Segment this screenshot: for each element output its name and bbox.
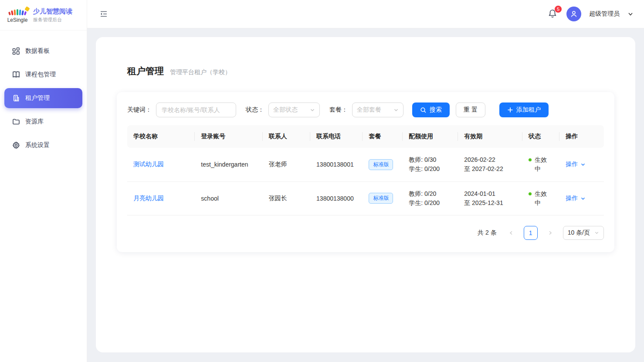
quota-teacher: 教师: 0/20 <box>409 189 452 198</box>
notification-bell-button[interactable]: 5 <box>547 8 559 20</box>
main-area: 5 超级管理员 租户管理 <box>87 0 644 362</box>
page-size-value: 10 条/页 <box>568 229 590 237</box>
sidebar: LeSingle 少儿智慧阅读 服务管理后台 数据看板 <box>0 0 87 362</box>
col-validity: 有效期 <box>458 125 522 148</box>
row-actions-dropdown[interactable]: 操作 <box>566 195 586 202</box>
notification-count-badge: 5 <box>554 5 562 13</box>
status-select[interactable]: 全部状态 <box>268 102 320 117</box>
sidebar-menu: 数据看板 课程包管理 <box>0 31 87 166</box>
quota-student: 学生: 0/200 <box>409 198 452 208</box>
app-window: LeSingle 少儿智慧阅读 服务管理后台 数据看板 <box>0 0 644 362</box>
tenant-table: 学校名称 登录账号 联系人 联系电话 套餐 配额使用 有效期 状态 操作 <box>127 125 604 215</box>
keyword-label: 关键词： <box>127 106 152 114</box>
col-contact: 联系人 <box>263 125 310 148</box>
table-header: 学校名称 登录账号 联系人 联系电话 套餐 配额使用 有效期 状态 操作 <box>127 125 604 148</box>
search-button-label: 搜索 <box>430 106 442 114</box>
user-menu-chevron-down-icon[interactable] <box>627 11 634 17</box>
row-actions-dropdown[interactable]: 操作 <box>566 161 586 168</box>
topbar-right: 5 超级管理员 <box>547 7 634 21</box>
filter-bar: 关键词： 状态： 全部状态 套餐： 全部套餐 <box>127 102 604 117</box>
page-subtitle: 管理平台租户（学校） <box>170 68 231 76</box>
contact-cell: 张园长 <box>263 181 310 215</box>
valid-from: 2026-02-22 <box>464 155 516 164</box>
quota-cell: 教师: 0/30 学生: 0/200 <box>403 148 458 181</box>
login-account-cell: school <box>195 181 262 215</box>
sidebar-item-label: 资源库 <box>25 118 44 126</box>
validity-cell: 2024-01-01 至 2025-12-31 <box>458 181 522 215</box>
status-cell: 生效中 <box>522 181 559 215</box>
plan-badge: 标准版 <box>369 159 393 170</box>
plus-icon <box>507 107 513 113</box>
quota-teacher: 教师: 0/30 <box>409 155 452 164</box>
page-card: 租户管理 管理平台租户（学校） 关键词： 状态： 全部状态 套餐： <box>96 37 635 352</box>
chevron-down-icon <box>310 107 315 113</box>
school-name-link[interactable]: 测试幼儿园 <box>133 161 164 167</box>
sidebar-item-resources[interactable]: 资源库 <box>4 112 82 132</box>
topbar: 5 超级管理员 <box>87 0 644 28</box>
keyword-input[interactable] <box>156 102 236 117</box>
chevron-right-icon <box>548 230 553 236</box>
chevron-down-icon <box>594 230 599 235</box>
chevron-down-icon <box>580 162 586 167</box>
brand-title: 少儿智慧阅读 <box>33 7 72 16</box>
table-row: 测试幼儿园 test_kindergarten 张老师 13800138001 … <box>127 148 604 181</box>
plan-select[interactable]: 全部套餐 <box>352 102 403 117</box>
sidebar-item-label: 系统设置 <box>25 141 50 149</box>
search-icon <box>420 107 427 113</box>
valid-from: 2024-01-01 <box>464 189 516 198</box>
col-status: 状态 <box>522 125 559 148</box>
chevron-down-icon <box>580 196 586 201</box>
plan-select-value: 全部套餐 <box>357 106 381 114</box>
page-size-select[interactable]: 10 条/页 <box>563 226 604 240</box>
col-school-name: 学校名称 <box>127 125 195 148</box>
plan-filter-label: 套餐： <box>329 106 348 114</box>
sidebar-collapse-button[interactable] <box>98 8 110 20</box>
chevron-down-icon <box>393 107 399 113</box>
status-select-value: 全部状态 <box>273 106 298 114</box>
status-badge: 生效中 <box>535 155 551 174</box>
sidebar-item-course-packages[interactable]: 课程包管理 <box>4 65 82 85</box>
pagination-total: 共 2 条 <box>478 229 497 237</box>
pagination-next-button[interactable] <box>544 226 557 239</box>
plan-badge: 标准版 <box>369 193 393 204</box>
brand-subtitle: 服务管理后台 <box>33 17 72 23</box>
pagination-prev-button[interactable] <box>505 226 518 239</box>
reset-button[interactable]: 重 置 <box>456 102 485 117</box>
current-user-name[interactable]: 超级管理员 <box>589 10 620 18</box>
row-actions-label: 操作 <box>566 195 578 202</box>
brand-header: LeSingle 少儿智慧阅读 服务管理后台 <box>0 0 87 31</box>
valid-to: 至 2027-02-22 <box>464 164 516 174</box>
brand-logo-wordmark: LeSingle <box>6 17 29 23</box>
row-actions-label: 操作 <box>566 161 578 168</box>
avatar[interactable] <box>566 7 581 21</box>
status-badge: 生效中 <box>535 189 551 208</box>
page-header: 租户管理 管理平台租户（学校） <box>127 65 614 77</box>
status-dot-icon <box>529 192 532 195</box>
sidebar-item-tenants[interactable]: 租户管理 <box>4 88 82 108</box>
status-filter-label: 状态： <box>246 106 264 114</box>
sidebar-item-label: 租户管理 <box>25 94 50 102</box>
sidebar-item-settings[interactable]: 系统设置 <box>4 135 82 155</box>
gear-icon <box>12 141 20 149</box>
add-tenant-button[interactable]: 添加租户 <box>499 102 549 117</box>
pagination-page-1[interactable]: 1 <box>524 226 538 240</box>
sidebar-item-label: 数据看板 <box>25 47 50 55</box>
school-name-link[interactable]: 月亮幼儿园 <box>133 195 164 201</box>
login-account-cell: test_kindergarten <box>195 148 262 181</box>
status-dot-icon <box>529 158 532 161</box>
quota-student: 学生: 0/200 <box>409 164 452 174</box>
folder-icon <box>12 118 20 126</box>
sidebar-item-dashboard[interactable]: 数据看板 <box>4 41 82 61</box>
quota-cell: 教师: 0/20 学生: 0/200 <box>403 181 458 215</box>
dashboard-icon <box>12 47 20 55</box>
status-cell: 生效中 <box>522 148 559 181</box>
tenant-panel: 关键词： 状态： 全部状态 套餐： 全部套餐 <box>117 92 614 252</box>
sidebar-item-label: 课程包管理 <box>25 71 56 79</box>
phone-cell: 13800138001 <box>310 148 363 181</box>
search-button[interactable]: 搜索 <box>412 102 450 117</box>
logo-bars-icon <box>6 7 29 17</box>
reset-button-label: 重 置 <box>464 106 478 114</box>
col-plan: 套餐 <box>363 125 403 148</box>
page-title: 租户管理 <box>127 65 164 77</box>
col-phone: 联系电话 <box>310 125 363 148</box>
